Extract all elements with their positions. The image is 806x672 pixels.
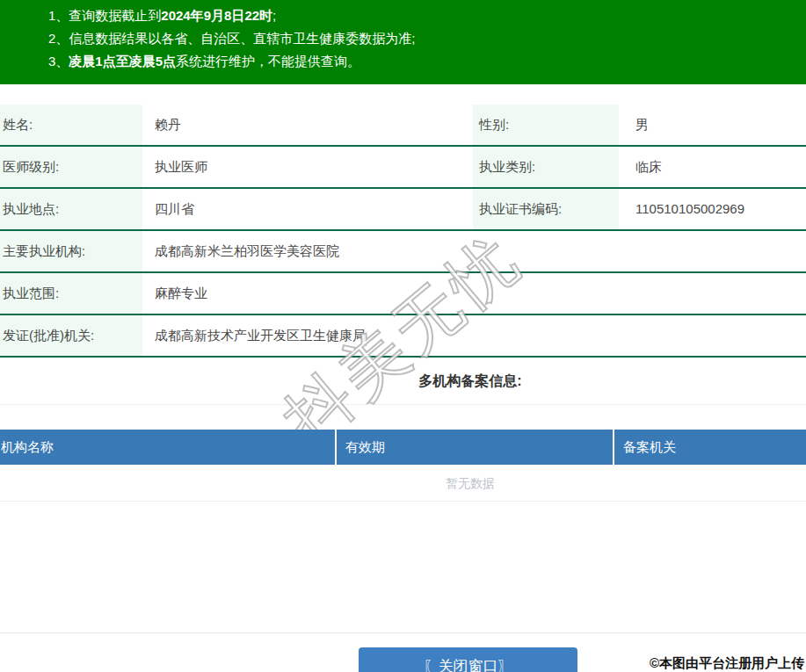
info-row: 执业范围:麻醉专业 <box>0 273 806 315</box>
info-value: 男 <box>635 105 649 145</box>
info-value: 执业医师 <box>155 147 207 187</box>
info-value: 赖丹 <box>155 105 181 145</box>
notice-bold-text: 凌晨1点至凌晨5点 <box>69 54 176 69</box>
info-label: 主要执业机构: <box>0 231 142 271</box>
info-label: 执业范围: <box>0 273 142 314</box>
info-label: 执业类别: <box>473 147 619 187</box>
filing-header-cell: 机构名称 <box>0 430 335 465</box>
multi-org-section-title: 多机构备案信息: <box>0 372 806 391</box>
filing-empty-row: 暂无数据 <box>0 466 806 501</box>
empty-data-text: 暂无数据 <box>446 476 495 490</box>
info-row: 姓名:赖丹性别:男 <box>0 105 806 147</box>
info-label: 执业地点: <box>0 189 142 229</box>
notice-text: 3、 <box>48 54 69 69</box>
query-result-page: 1、查询数据截止到2024年9月8日22时;2、信息数据结果以各省、自治区、直辖… <box>0 0 806 672</box>
close-window-button[interactable]: 〖关闭窗口〗 <box>359 647 577 672</box>
filing-header-cell: 备案机关 <box>614 430 806 465</box>
info-label: 性别: <box>473 105 619 145</box>
notice-line-1: 1、查询数据截止到2024年9月8日22时; <box>48 4 806 27</box>
info-label: 姓名: <box>0 105 142 145</box>
notice-line-2: 2、信息数据结果以各省、自治区、直辖市卫生健康委数据为准; <box>48 27 806 50</box>
info-row: 发证(批准)机关:成都高新技术产业开发区卫生健康局 <box>0 315 806 358</box>
info-value: 成都高新技术产业开发区卫生健康局 <box>155 315 366 356</box>
info-value: 麻醉专业 <box>155 273 207 314</box>
info-label: 医师级别: <box>0 147 142 187</box>
filing-table-bottom-border <box>0 501 806 502</box>
info-label: 发证(批准)机关: <box>0 315 142 356</box>
notice-text: 2、信息数据结果以各省、自治区、直辖市卫生健康委数据为准; <box>48 31 416 46</box>
footer-divider <box>0 632 806 633</box>
notice-banner: 1、查询数据截止到2024年9月8日22时;2、信息数据结果以各省、自治区、直辖… <box>0 0 806 84</box>
notice-bold-text: 2024年9月8日22时 <box>161 8 272 23</box>
info-value: 成都高新米兰柏羽医学美容医院 <box>155 231 339 271</box>
notice-line-3: 3、凌晨1点至凌晨5点系统进行维护，不能提供查询。 <box>48 50 806 73</box>
image-credit-watermark: ©本图由平台注册用户上传 <box>650 655 804 672</box>
filing-table-top-border <box>0 404 806 405</box>
notice-text: 1、查询数据截止到 <box>48 8 161 23</box>
notice-text: ; <box>272 8 276 23</box>
info-label: 执业证书编码: <box>473 189 619 229</box>
info-value: 临床 <box>635 147 662 187</box>
filing-header-cell: 有效期 <box>337 430 613 465</box>
info-value: 110510105002969 <box>635 189 744 229</box>
info-value: 四川省 <box>155 189 194 229</box>
notice-text: 系统进行维护，不能提供查询。 <box>176 54 360 69</box>
info-row: 执业地点:四川省执业证书编码:110510105002969 <box>0 189 806 231</box>
info-row: 医师级别:执业医师执业类别:临床 <box>0 147 806 189</box>
info-row: 主要执业机构:成都高新米兰柏羽医学美容医院 <box>0 231 806 273</box>
